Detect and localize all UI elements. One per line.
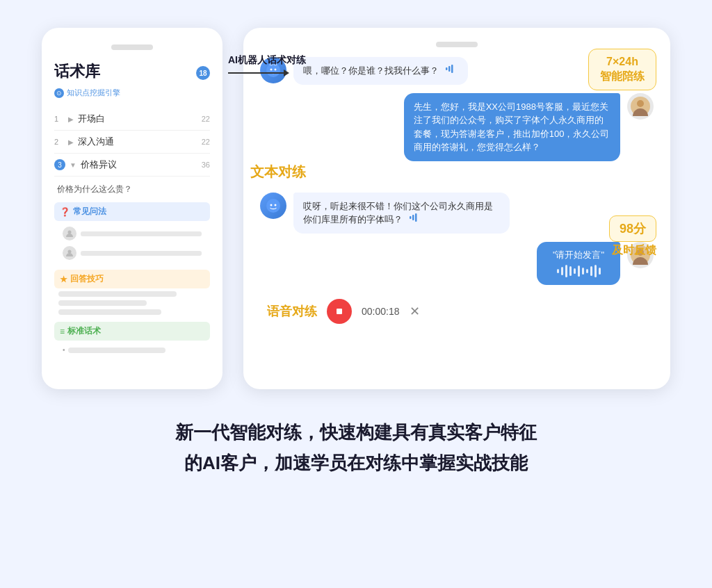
menu-count-1: 22 bbox=[202, 115, 210, 123]
arrow-icon-2: ▶ bbox=[68, 138, 74, 146]
svg-point-13 bbox=[270, 204, 273, 206]
svg-point-1 bbox=[68, 250, 72, 254]
bot-bubble-2: 哎呀，听起来很不错！你们这个公司永久商用是你们库里所有的字体吗？ bbox=[293, 193, 510, 234]
arrow-head bbox=[284, 70, 289, 76]
arrow-line bbox=[228, 72, 284, 74]
knowledge-icon: ⊙ bbox=[54, 88, 64, 98]
menu-num-3: 3 bbox=[54, 159, 65, 170]
menu-num-2: 2 bbox=[54, 138, 64, 146]
svg-rect-16 bbox=[412, 215, 414, 220]
msg-row-voice: "请开始发言" bbox=[260, 242, 654, 285]
voice-practice-label: 语音对练 bbox=[267, 303, 317, 320]
answer-line-1 bbox=[58, 291, 177, 297]
menu-label-2: 深入沟通 bbox=[78, 136, 197, 148]
svg-point-12 bbox=[266, 199, 280, 213]
badge-7x24: 7×24h 智能陪练 bbox=[588, 49, 656, 90]
svg-rect-15 bbox=[410, 216, 412, 219]
msg-row-3: 哎呀，听起来很不错！你们这个公司永久商用是你们库里所有的字体吗？ bbox=[260, 193, 654, 234]
section-standard-header: ≡ 标准话术 bbox=[54, 322, 210, 341]
section-answer-lines bbox=[54, 291, 210, 315]
section-common: ❓ 常见问法 bbox=[54, 202, 210, 263]
bullet-icon: • bbox=[63, 346, 65, 354]
timer-display: 00:00:18 bbox=[362, 306, 400, 317]
user-bubble-1: 先生，您好，我是XX公司1988号客服，最近您关注了我们的公众号，购买了字体个人… bbox=[404, 93, 620, 161]
badge-feedback: 及时反馈 bbox=[612, 243, 656, 258]
menu-item-2[interactable]: 2 ▶ 深入沟通 22 bbox=[54, 131, 210, 154]
person-avatar-2 bbox=[63, 246, 76, 260]
selected-question: 价格为什么这么贵？ bbox=[54, 183, 210, 195]
svg-rect-20 bbox=[337, 309, 342, 314]
arrow-icon-3: ▼ bbox=[70, 161, 76, 169]
menu-label-1: 开场白 bbox=[78, 113, 197, 125]
menu-item-3[interactable]: 3 ▼ 价格异议 36 bbox=[54, 154, 210, 177]
phone-title: 话术库 bbox=[54, 61, 100, 82]
list-icon: ≡ bbox=[60, 327, 65, 336]
badge-count: 18 bbox=[196, 66, 210, 80]
text-practice-label: 文本对练 bbox=[250, 164, 306, 179]
voice-controls-row: 语音对练 00:00:18 ✕ bbox=[260, 299, 654, 324]
person-line-1 bbox=[81, 231, 202, 236]
svg-point-11 bbox=[637, 100, 644, 107]
menu-label-3: 价格异议 bbox=[81, 158, 197, 171]
section-standard-lines: • bbox=[54, 343, 210, 357]
stop-record-btn[interactable] bbox=[327, 299, 352, 324]
standard-line-1 bbox=[68, 348, 165, 353]
close-btn[interactable]: ✕ bbox=[410, 304, 420, 319]
section-answer-header: ★ 回答技巧 bbox=[54, 270, 210, 288]
menu-count-2: 22 bbox=[202, 138, 210, 146]
main-illustration: 话术库 18 ⊙ 知识点挖掘引擎 1 ▶ 开场白 22 2 ▶ 深入沟通 22 … bbox=[42, 28, 670, 389]
chat-notch bbox=[436, 42, 478, 47]
phone-notch bbox=[111, 44, 153, 50]
svg-rect-9 bbox=[451, 65, 453, 73]
person-line-2 bbox=[81, 251, 202, 256]
menu-num-1: 1 bbox=[54, 115, 64, 123]
bottom-text: 新一代智能对练，快速构建具有真实客户特征 的AI客户，加速学员在对练中掌握实战技… bbox=[42, 417, 670, 478]
wave-bars bbox=[557, 264, 601, 278]
svg-rect-8 bbox=[448, 66, 451, 72]
sound-icon-2 bbox=[410, 213, 422, 222]
question-icon: ❓ bbox=[60, 207, 70, 217]
menu-list: 1 ▶ 开场白 22 2 ▶ 深入沟通 22 3 ▼ 价格异议 36 bbox=[54, 108, 210, 177]
text-practice-container: 文本对练 bbox=[250, 163, 644, 181]
svg-point-14 bbox=[275, 204, 277, 206]
user-avatar-1 bbox=[627, 93, 654, 120]
svg-rect-17 bbox=[415, 213, 417, 222]
msg-row-2: 先生，您好，我是XX公司1988号客服，最近您关注了我们的公众号，购买了字体个人… bbox=[260, 93, 654, 161]
section-common-lines bbox=[54, 224, 210, 263]
section-answer: ★ 回答技巧 bbox=[54, 270, 210, 315]
bot-bubble-1: 喂，哪位？你是谁？找我什么事？ bbox=[293, 57, 468, 85]
chat-messages: 喂，哪位？你是谁？找我什么事？ 先生，您好，我是XX公司1988号客服，最近您关… bbox=[260, 57, 654, 324]
badge-score: 98分 bbox=[609, 215, 656, 242]
section-standard: ≡ 标准话术 • bbox=[54, 322, 210, 357]
voice-bubble: "请开始发言" bbox=[537, 242, 620, 285]
sound-icon-1 bbox=[446, 64, 458, 74]
answer-line-3 bbox=[58, 309, 161, 315]
arrow-icon-1: ▶ bbox=[68, 115, 74, 123]
arrow-label: AI机器人话术对练 bbox=[228, 54, 306, 67]
phone-subtitle: ⊙ 知识点挖掘引擎 bbox=[54, 88, 210, 98]
answer-line-2 bbox=[58, 300, 147, 306]
person-avatar-1 bbox=[63, 227, 76, 240]
left-phone: 话术库 18 ⊙ 知识点挖掘引擎 1 ▶ 开场白 22 2 ▶ 深入沟通 22 … bbox=[42, 28, 222, 389]
voice-bubble-text: "请开始发言" bbox=[553, 249, 604, 261]
chat-panel: 7×24h 智能陪练 喂，哪位？你是谁？找我什么事？ bbox=[243, 28, 670, 389]
menu-item-1[interactable]: 1 ▶ 开场白 22 bbox=[54, 108, 210, 131]
arrow-connector: AI机器人话术对练 bbox=[228, 70, 289, 76]
menu-count-3: 36 bbox=[202, 161, 210, 169]
bot-avatar-2 bbox=[260, 193, 286, 219]
star-icon: ★ bbox=[60, 275, 67, 284]
svg-point-0 bbox=[68, 231, 72, 234]
section-common-header: ❓ 常见问法 bbox=[54, 202, 210, 221]
svg-rect-7 bbox=[446, 67, 448, 70]
